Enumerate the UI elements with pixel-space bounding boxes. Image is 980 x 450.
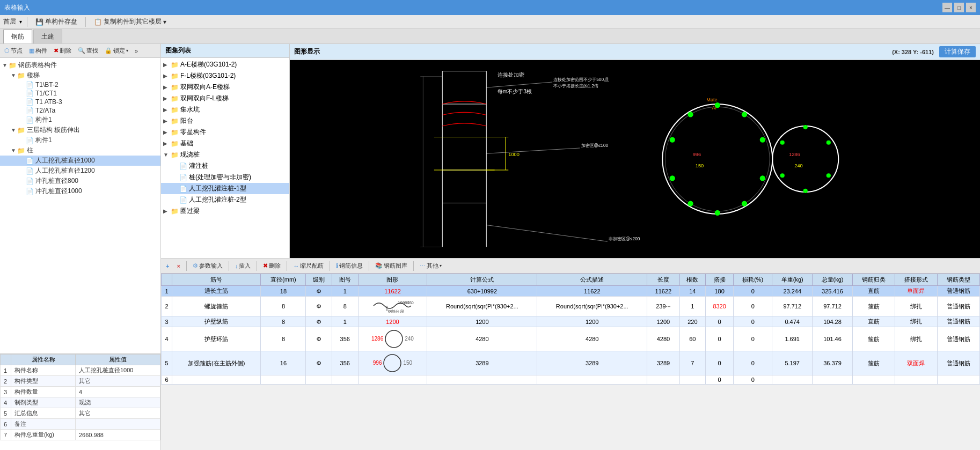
tree-toggle[interactable] xyxy=(18,178,26,185)
cell-loss[interactable]: 0 xyxy=(734,297,772,316)
cell-grade[interactable]: Φ xyxy=(306,327,332,351)
tree-toggle[interactable] xyxy=(18,116,26,124)
cat-toggle[interactable]: ▶ xyxy=(163,107,171,113)
cell-joint-type[interactable]: 绑扎 xyxy=(895,316,937,327)
props-value[interactable]: 现浇 xyxy=(76,397,160,408)
catalog-item[interactable]: 📄人工挖孔灌注桩-1型 xyxy=(161,183,289,194)
member-button[interactable]: ▦ 构件 xyxy=(27,46,49,55)
lock-button[interactable]: 🔒 锁定 ▾ xyxy=(103,46,130,55)
cell-length[interactable]: 4280 xyxy=(647,327,679,351)
cell-unit-weight[interactable]: 1.691 xyxy=(772,327,813,351)
cell-category[interactable]: 直筋 xyxy=(852,316,895,327)
table-row[interactable]: 3护壁纵筋8Φ11200120012001200220000.474104.28… xyxy=(162,316,980,327)
catalog-item[interactable]: ▶📁基础 xyxy=(161,138,289,149)
cell-rownum[interactable]: 6 xyxy=(162,375,172,385)
cell-diameter[interactable]: 8 xyxy=(261,327,306,351)
cell-formula[interactable]: 3289 xyxy=(427,351,537,375)
cell-rebar-type[interactable] xyxy=(937,375,979,385)
cell-diameter[interactable]: 16 xyxy=(261,351,306,375)
tree-item[interactable]: ▼📁三层结构 板筋伸出 xyxy=(0,125,160,135)
tree-item[interactable]: 📄人工挖孔桩直径1000 xyxy=(0,156,160,166)
maximize-button[interactable]: □ xyxy=(954,3,964,12)
cell-rownum[interactable]: 2 xyxy=(162,297,172,316)
props-value[interactable]: 4 xyxy=(76,387,160,397)
tree-toggle[interactable]: ▼ xyxy=(10,127,17,134)
table-row[interactable]: 4护壁环筋8Φ356128624042804280428060001.69110… xyxy=(162,327,980,351)
tree-toggle[interactable]: ▼ xyxy=(10,72,17,79)
cell-diameter[interactable]: 8 xyxy=(261,297,306,316)
tree-item[interactable]: 📄构件1 xyxy=(0,135,160,145)
cell-count[interactable]: 14 xyxy=(679,286,706,297)
table-row[interactable]: 2螺旋箍筋8Φ8钢筋分 段10992930Round(sqrt(sqr(Pi*(… xyxy=(162,297,980,316)
cell-category[interactable]: 箍筋 xyxy=(852,327,895,351)
props-value[interactable]: 其它 xyxy=(76,408,160,419)
cell-figno[interactable]: 1 xyxy=(332,316,359,327)
tree-toggle[interactable] xyxy=(18,81,26,88)
cell-overlap[interactable]: 0 xyxy=(706,351,734,375)
cell-overlap[interactable]: 0 xyxy=(706,327,734,351)
tree-item[interactable]: 📄冲孔桩直径1000 xyxy=(0,186,160,196)
catalog-item[interactable]: ▶📁F-L楼梯(03G101-2) xyxy=(161,70,289,82)
cell-diameter[interactable]: 8 xyxy=(261,316,306,327)
cell-total-weight[interactable] xyxy=(813,375,853,385)
calc-save-button[interactable]: 计算保存 xyxy=(939,46,976,57)
cell-figno[interactable]: 356 xyxy=(332,351,359,375)
delete-rebar-button[interactable]: ✖ 删除 xyxy=(260,261,283,270)
layer-dropdown-icon[interactable]: ▾ xyxy=(19,19,22,25)
cell-shape[interactable]: 1200 xyxy=(358,316,427,327)
cat-toggle[interactable]: ▶ xyxy=(163,208,171,214)
cell-length[interactable]: 3289 xyxy=(647,351,679,375)
cell-category[interactable] xyxy=(852,375,895,385)
tree-toggle[interactable]: ▼ xyxy=(10,147,17,154)
cell-shape[interactable]: 996150 xyxy=(358,351,427,375)
tree-item[interactable]: ▼📁钢筋表格构件 xyxy=(0,60,160,70)
catalog-item[interactable]: ▶📁A-E楼梯(03G101-2) xyxy=(161,59,289,70)
cell-loss[interactable]: 0 xyxy=(734,286,772,297)
cat-toggle[interactable]: ▶ xyxy=(163,73,171,79)
cell-count[interactable]: 7 xyxy=(679,351,706,375)
cat-toggle[interactable]: ▶ xyxy=(163,95,171,101)
cell-unit-weight[interactable]: 23.244 xyxy=(772,286,813,297)
cell-grade[interactable]: Φ xyxy=(306,286,332,297)
cell-grade[interactable]: Φ xyxy=(306,351,332,375)
cell-formula[interactable]: Round(sqrt(sqr(Pi*(930+2... xyxy=(427,297,537,316)
cell-figno[interactable]: 8 xyxy=(332,297,359,316)
copy-button[interactable]: 📋 复制构件到其它楼层 ▾ xyxy=(91,16,170,27)
tree-item[interactable]: 📄冲孔桩直径800 xyxy=(0,176,160,186)
cell-joint-type[interactable]: 绑扎 xyxy=(895,327,937,351)
catalog-item[interactable]: 📄桩(处理加密与非加密) xyxy=(161,172,289,183)
cell-count[interactable]: 1 xyxy=(679,297,706,316)
cell-shape[interactable]: 钢筋分 段10992930 xyxy=(358,297,427,316)
cell-formula-desc[interactable]: 3289 xyxy=(537,351,647,375)
cell-diameter[interactable] xyxy=(261,375,306,385)
tree-item[interactable]: 📄T1 ATB-3 xyxy=(0,98,160,106)
cell-rebar-type[interactable]: 普通钢筋 xyxy=(937,316,979,327)
catalog-item[interactable]: 📄灌注桩 xyxy=(161,160,289,172)
rebar-lib-button[interactable]: 📚 钢筋图库 xyxy=(372,261,410,270)
table-row[interactable]: 1通长主筋18Φ111622630+1099211622116221418002… xyxy=(162,286,980,297)
cell-rebar-type[interactable]: 普通钢筋 xyxy=(937,286,979,297)
catalog-item[interactable]: 📄人工挖孔灌注桩-2型 xyxy=(161,194,289,205)
tree-item[interactable]: 📄T1/CT1 xyxy=(0,89,160,98)
cell-formula-desc[interactable] xyxy=(537,375,647,385)
tree-toggle[interactable]: ▼ xyxy=(1,62,9,69)
tree-item[interactable]: 📄人工挖孔桩直径1200 xyxy=(0,166,160,176)
save-single-button[interactable]: 💾 单构件存盘 xyxy=(32,16,81,27)
cell-name[interactable]: 护壁环筋 xyxy=(172,327,261,351)
cell-total-weight[interactable]: 101.46 xyxy=(813,327,853,351)
cell-count[interactable] xyxy=(679,375,706,385)
catalog-item[interactable]: ▶📁圈过梁 xyxy=(161,205,289,217)
table-row[interactable]: 600 xyxy=(162,375,980,385)
cell-diameter[interactable]: 18 xyxy=(261,286,306,297)
cell-formula[interactable] xyxy=(427,375,537,385)
cell-category[interactable]: 箍筋 xyxy=(852,297,895,316)
delete-row-button[interactable]: × xyxy=(174,262,182,270)
cat-toggle[interactable]: ▶ xyxy=(163,118,171,124)
cell-rownum[interactable]: 1 xyxy=(162,286,172,297)
minimize-button[interactable]: — xyxy=(942,3,952,12)
cell-formula-desc[interactable]: 1200 xyxy=(537,316,647,327)
cell-rebar-type[interactable]: 普通钢筋 xyxy=(937,297,979,316)
cell-joint-type[interactable] xyxy=(895,375,937,385)
props-value[interactable]: 人工挖孔桩直径1000 xyxy=(76,365,160,376)
close-button[interactable]: × xyxy=(966,3,976,12)
